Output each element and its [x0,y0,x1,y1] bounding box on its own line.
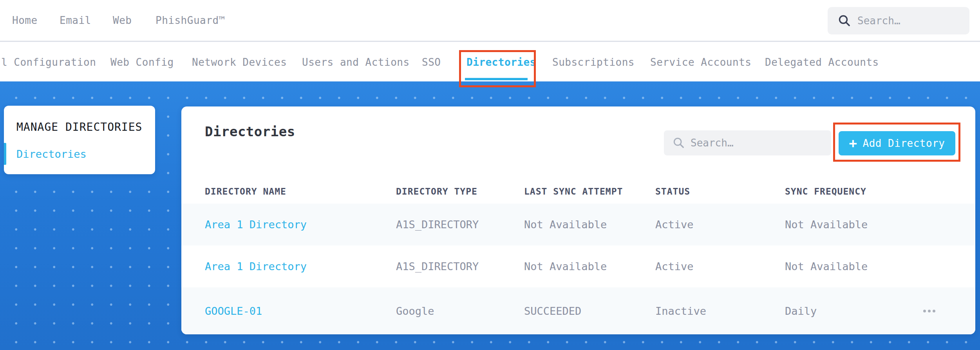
status-cell: Inactive [655,305,785,317]
last-sync-cell: SUCCEEDED [524,305,655,317]
directories-table: DIRECTORY NAME DIRECTORY TYPE LAST SYNC … [181,179,975,334]
col-header-directory-name: DIRECTORY NAME [205,186,396,197]
table-row: Area 1 Directory A1S_DIRECTORY Not Avail… [181,245,975,287]
manage-directories-card: MANAGE DIRECTORIES Directories [4,106,155,174]
plus-icon: + [849,137,857,150]
col-header-directory-type: DIRECTORY TYPE [396,186,524,197]
last-sync-cell: Not Available [524,260,655,272]
tab-web-config[interactable]: Web Config [110,43,174,81]
search-icon [673,137,685,149]
nav-item-phishguard[interactable]: PhishGuard™ [155,0,225,41]
status-cell: Active [655,260,785,272]
tab-service-accounts[interactable]: Service Accounts [650,43,751,81]
global-search[interactable] [828,7,969,34]
top-nav: Home Email Web PhishGuard™ [0,0,980,42]
tab-configuration[interactable]: l Configuration [1,43,96,81]
directory-name-link[interactable]: GOOGLE-01 [205,305,396,317]
directories-panel: Directories + Add Directory DIRECTORY NA… [181,106,975,334]
tab-directories-label: Directories [466,56,536,68]
last-sync-cell: Not Available [524,218,655,231]
table-row: Area 1 Directory A1S_DIRECTORY Not Avail… [181,204,975,245]
sidebar-item-label: Directories [16,148,87,160]
directory-name-link[interactable]: Area 1 Directory [205,218,396,231]
col-header-sync-frequency: SYNC FREQUENCY [785,186,918,197]
table-header-row: DIRECTORY NAME DIRECTORY TYPE LAST SYNC … [181,179,975,204]
directory-type-cell: A1S_DIRECTORY [396,218,524,231]
active-tab-underline [465,78,528,80]
col-header-status: STATUS [655,186,785,197]
directory-name-link[interactable]: Area 1 Directory [205,260,396,272]
active-item-bar [4,143,6,165]
col-header-last-sync-attempt: LAST SYNC ATTEMPT [524,186,655,197]
sync-frequency-cell: Daily [785,305,918,317]
sidebar-item-directories[interactable]: Directories [4,143,155,165]
global-search-input[interactable] [857,7,969,34]
search-icon [838,14,851,27]
directory-type-cell: A1S_DIRECTORY [396,260,524,272]
sync-frequency-cell: Not Available [785,260,918,272]
page-title: Directories [205,124,295,139]
nav-item-email[interactable]: Email [60,0,91,41]
nav-item-web[interactable]: Web [113,0,132,41]
directories-search[interactable] [664,130,831,155]
add-directory-button[interactable]: + Add Directory [839,131,955,155]
ellipsis-menu-icon[interactable] [923,310,939,312]
directories-search-input[interactable] [691,130,831,155]
sidecard-title: MANAGE DIRECTORIES [16,121,142,134]
tab-directories[interactable]: Directories [466,43,536,81]
directory-type-cell: Google [396,305,524,317]
tab-sso[interactable]: SSO [422,43,441,81]
add-directory-label: Add Directory [862,137,945,149]
nav-item-home[interactable]: Home [12,0,38,41]
settings-tabs: l Configuration Web Config Network Devic… [0,43,980,81]
tab-subscriptions[interactable]: Subscriptions [552,43,635,81]
tab-delegated-accounts[interactable]: Delegated Accounts [765,43,879,81]
sync-frequency-cell: Not Available [785,218,918,231]
table-row: GOOGLE-01 Google SUCCEEDED Inactive Dail… [181,287,975,334]
tab-network-devices[interactable]: Network Devices [192,43,287,81]
page-background: MANAGE DIRECTORIES Directories Directori… [0,81,980,350]
tab-users-and-actions[interactable]: Users and Actions [302,43,410,81]
status-cell: Active [655,218,785,231]
